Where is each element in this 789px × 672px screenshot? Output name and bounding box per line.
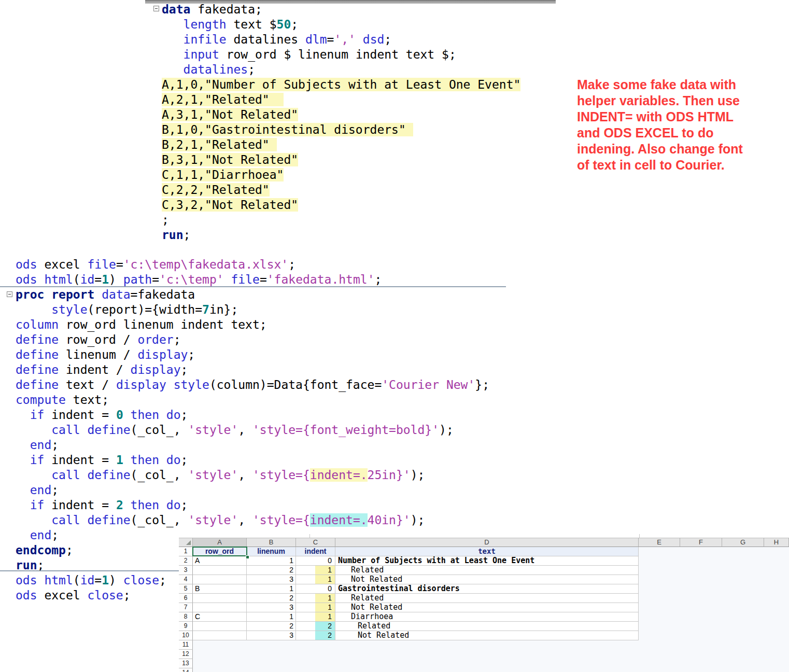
code-line[interactable]: ; bbox=[162, 213, 520, 228]
cell-row-ord[interactable] bbox=[193, 575, 247, 584]
cell-linenum[interactable]: 3 bbox=[247, 603, 296, 612]
code-line[interactable]: proc report data=fakedata bbox=[16, 287, 489, 302]
cell-indent[interactable]: 0 bbox=[296, 556, 335, 566]
column-header-F[interactable]: F bbox=[680, 538, 722, 547]
code-line[interactable]: A,1,0,"Number of Subjects with at Least … bbox=[162, 77, 520, 92]
code-line[interactable]: C,2,2,"Related" bbox=[162, 183, 520, 198]
code-line[interactable]: if indent = 0 then do; bbox=[16, 408, 489, 423]
cell-indent-highlighted[interactable]: 2 bbox=[296, 622, 335, 631]
cell-linenum[interactable]: 2 bbox=[247, 594, 296, 603]
code-line[interactable]: style(report)={width=7in}; bbox=[16, 302, 489, 317]
code-line[interactable]: call define(_col_, 'style', 'style={font… bbox=[16, 423, 489, 438]
row-header-4[interactable]: 4 bbox=[179, 575, 193, 584]
row-header-5[interactable]: 5 bbox=[179, 584, 193, 594]
row-header-2[interactable]: 2 bbox=[179, 556, 193, 566]
row-header-8[interactable]: 8 bbox=[179, 612, 193, 622]
column-header-G[interactable]: G bbox=[722, 538, 764, 547]
cell-indent-highlighted[interactable]: 1 bbox=[296, 612, 335, 622]
code-line[interactable]: A,3,1,"Not Related" bbox=[162, 107, 520, 122]
code-line[interactable]: column row_ord linenum indent text; bbox=[16, 317, 489, 332]
row-header-3[interactable]: 3 bbox=[179, 566, 193, 575]
row-header-1[interactable]: 1 bbox=[179, 547, 193, 556]
column-header-C[interactable]: C bbox=[296, 538, 335, 547]
cell-indent-highlighted[interactable]: 1 bbox=[296, 575, 335, 584]
code-line[interactable]: define linenum / display; bbox=[16, 347, 489, 362]
code-line[interactable]: data fakedata; bbox=[162, 2, 520, 17]
code-line[interactable]: B,3,1,"Not Related" bbox=[162, 152, 520, 167]
code-line[interactable]: length text $50; bbox=[162, 17, 520, 32]
cell-linenum[interactable]: 1 bbox=[247, 584, 296, 594]
code-line[interactable]: end; bbox=[16, 438, 489, 453]
code-line[interactable]: define text / display style(column)=Data… bbox=[16, 377, 489, 393]
code-line[interactable]: ods html(id=1) path='c:\temp' file='fake… bbox=[16, 272, 489, 287]
selection-fill-handle[interactable] bbox=[246, 555, 249, 559]
row-header-10[interactable]: 10 bbox=[179, 631, 193, 640]
cell-row-ord[interactable] bbox=[193, 631, 247, 640]
cell-text[interactable]: Not Related bbox=[335, 575, 639, 584]
cell-text[interactable]: Not Related bbox=[335, 631, 639, 640]
row-header-12[interactable]: 12 bbox=[179, 650, 193, 659]
cell-row-ord[interactable]: B bbox=[193, 584, 247, 594]
cell-linenum[interactable]: 2 bbox=[247, 622, 296, 631]
cell-text[interactable]: Diarrhoea bbox=[335, 612, 639, 622]
cell-indent-highlighted[interactable]: 1 bbox=[296, 603, 335, 612]
cell-text[interactable]: Gastrointestinal disorders bbox=[335, 584, 639, 594]
code-line[interactable]: call define(_col_, 'style', 'style={inde… bbox=[16, 513, 489, 528]
code-line[interactable]: infile datalines dlm=',' dsd; bbox=[162, 32, 520, 47]
cell-row-ord[interactable]: C bbox=[193, 612, 247, 622]
sas-code-data-step[interactable]: data fakedata; length text $50; infile d… bbox=[162, 2, 520, 243]
cell-indent-highlighted[interactable]: 2 bbox=[296, 631, 335, 640]
row-header-11[interactable]: 11 bbox=[179, 640, 193, 650]
cell-row-ord[interactable] bbox=[193, 594, 247, 603]
row-header-7[interactable]: 7 bbox=[179, 603, 193, 612]
column-header-B[interactable]: B bbox=[247, 538, 296, 547]
cell-row-ord[interactable]: A bbox=[193, 556, 247, 566]
cell-indent[interactable]: 0 bbox=[296, 584, 335, 594]
code-line[interactable]: define row_ord / order; bbox=[16, 332, 489, 347]
column-header-H[interactable]: H bbox=[764, 538, 789, 547]
row-header-13[interactable]: 13 bbox=[179, 659, 193, 668]
code-line[interactable]: datalines; bbox=[162, 62, 520, 77]
cell-text[interactable]: Related bbox=[335, 622, 639, 631]
code-line[interactable]: input row_ord $ linenum indent text $; bbox=[162, 47, 520, 62]
cell-row-ord[interactable] bbox=[193, 566, 247, 575]
column-header-A[interactable]: A bbox=[193, 538, 247, 547]
table-header-cell[interactable]: indent bbox=[296, 547, 335, 556]
cell-linenum[interactable]: 1 bbox=[247, 612, 296, 622]
table-header-cell[interactable]: linenum bbox=[247, 547, 296, 556]
row-header-9[interactable]: 9 bbox=[179, 622, 193, 631]
column-header-D[interactable]: D bbox=[335, 538, 639, 547]
code-line[interactable]: compute text; bbox=[16, 393, 489, 408]
cell-text[interactable]: Not Related bbox=[335, 603, 639, 612]
cell-row-ord[interactable] bbox=[193, 603, 247, 612]
code-fold-icon[interactable] bbox=[7, 291, 12, 297]
code-line[interactable]: C,3,2,"Not Related" bbox=[162, 198, 520, 213]
code-line[interactable]: define indent / display; bbox=[16, 362, 489, 377]
select-all-corner[interactable] bbox=[179, 538, 193, 547]
cell-indent-highlighted[interactable]: 1 bbox=[296, 594, 335, 603]
code-fold-icon[interactable] bbox=[153, 6, 159, 11]
code-line[interactable]: if indent = 1 then do; bbox=[16, 453, 489, 468]
code-line[interactable]: ods excel file='c:\temp\fakedata.xlsx'; bbox=[16, 257, 489, 272]
code-line[interactable]: B,2,1,"Related" bbox=[162, 137, 520, 152]
cell-text[interactable]: Related bbox=[335, 594, 639, 603]
code-line[interactable]: B,1,0,"Gastrointestinal disorders" bbox=[162, 122, 520, 137]
code-line[interactable]: C,1,1,"Diarrhoea" bbox=[162, 167, 520, 183]
code-line[interactable]: run; bbox=[162, 228, 520, 243]
code-line[interactable]: A,2,1,"Related" bbox=[162, 92, 520, 107]
table-header-cell[interactable]: text bbox=[335, 547, 639, 556]
code-line[interactable]: if indent = 2 then do; bbox=[16, 498, 489, 513]
cell-linenum[interactable]: 3 bbox=[247, 631, 296, 640]
cell-text[interactable]: Related bbox=[335, 566, 639, 575]
cell-linenum[interactable]: 3 bbox=[247, 575, 296, 584]
row-header-14[interactable]: 14 bbox=[179, 668, 193, 672]
cell-row-ord[interactable] bbox=[193, 622, 247, 631]
cell-indent-highlighted[interactable]: 1 bbox=[296, 566, 335, 575]
code-line[interactable]: end; bbox=[16, 483, 489, 498]
cell-text[interactable]: Number of Subjects with at Least One Eve… bbox=[335, 556, 639, 566]
cell-linenum[interactable]: 1 bbox=[247, 556, 296, 566]
cell-linenum[interactable]: 2 bbox=[247, 566, 296, 575]
row-header-6[interactable]: 6 bbox=[179, 594, 193, 603]
code-line[interactable]: call define(_col_, 'style', 'style={inde… bbox=[16, 468, 489, 483]
column-header-E[interactable]: E bbox=[639, 538, 680, 547]
